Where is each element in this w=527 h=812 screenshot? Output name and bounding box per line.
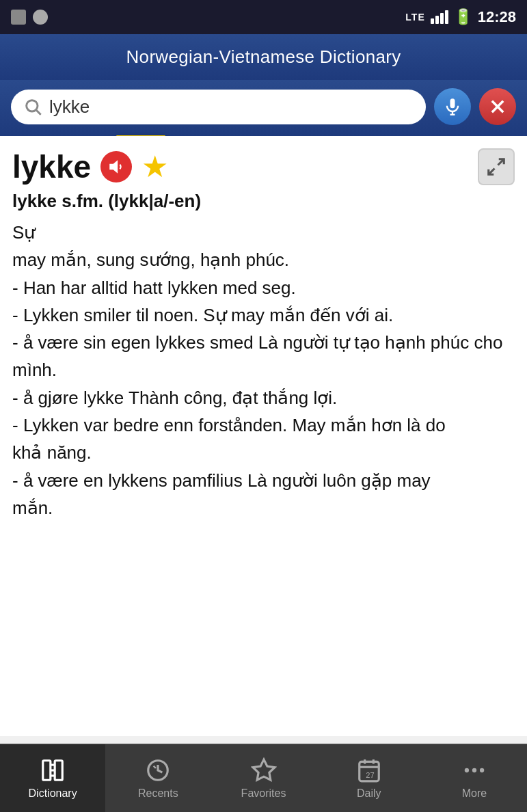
nav-label-more: More bbox=[462, 787, 487, 800]
calendar-icon: 27 bbox=[356, 757, 382, 783]
svg-marker-16 bbox=[253, 759, 275, 780]
expand-button[interactable] bbox=[478, 148, 515, 185]
signal-bar-2 bbox=[435, 16, 439, 24]
clear-button[interactable] bbox=[479, 88, 516, 125]
nav-label-recents: Recents bbox=[138, 787, 178, 800]
svg-rect-10 bbox=[43, 760, 51, 780]
svg-point-24 bbox=[480, 768, 484, 772]
signal-bar-1 bbox=[431, 18, 434, 24]
recents-icon bbox=[145, 757, 171, 783]
bottom-nav: Dictionary Recents Favorites 27 Daily bbox=[0, 744, 527, 812]
speaker-icon bbox=[107, 158, 125, 176]
nav-item-dictionary[interactable]: Dictionary bbox=[0, 744, 105, 812]
favorite-star[interactable]: ★ bbox=[141, 152, 168, 182]
svg-line-1 bbox=[36, 110, 40, 114]
search-bar bbox=[0, 80, 527, 136]
microphone-button[interactable] bbox=[434, 88, 471, 125]
status-bar-right: LTE 🔋 12:28 bbox=[405, 8, 516, 26]
status-bar: LTE 🔋 12:28 bbox=[0, 0, 527, 34]
favorites-star-icon bbox=[251, 757, 277, 783]
nav-label-favorites: Favorites bbox=[241, 787, 286, 800]
nav-label-dictionary: Dictionary bbox=[29, 787, 77, 800]
svg-point-23 bbox=[472, 768, 476, 772]
svg-text:27: 27 bbox=[366, 771, 374, 779]
book-icon bbox=[40, 757, 66, 783]
search-input[interactable] bbox=[49, 96, 414, 118]
word-definition: lykke s.fm. (lykk|a/-en) bbox=[12, 191, 515, 212]
app-title: Norwegian-Vietnamese Dictionary bbox=[126, 46, 401, 67]
time-display: 12:28 bbox=[478, 8, 516, 26]
status-bar-left bbox=[11, 10, 48, 25]
more-dots-icon bbox=[461, 757, 487, 783]
search-input-container[interactable] bbox=[11, 90, 426, 124]
battery-icon: 🔋 bbox=[454, 8, 472, 26]
nav-item-daily[interactable]: 27 Daily bbox=[316, 744, 422, 812]
svg-rect-2 bbox=[450, 98, 455, 108]
svg-marker-7 bbox=[109, 160, 118, 174]
signal-bars bbox=[431, 10, 448, 24]
svg-point-22 bbox=[465, 768, 469, 772]
sound-button[interactable] bbox=[100, 151, 132, 182]
word-title: lykke bbox=[12, 148, 91, 185]
word-header: lykke ★ bbox=[12, 148, 515, 185]
signal-bar-4 bbox=[445, 10, 448, 24]
nav-item-favorites[interactable]: Favorites bbox=[211, 744, 316, 812]
word-content: Sự may mắn, sung sướng, hạnh phúc. - Han… bbox=[12, 219, 515, 522]
app-header: Norwegian-Vietnamese Dictionary bbox=[0, 34, 527, 80]
svg-point-0 bbox=[27, 100, 38, 111]
signal-bar-3 bbox=[440, 13, 444, 24]
svg-rect-11 bbox=[55, 760, 62, 780]
notification-icon bbox=[11, 10, 26, 25]
system-icon bbox=[33, 10, 48, 25]
nav-item-more[interactable]: More bbox=[422, 744, 527, 812]
mic-icon bbox=[443, 97, 462, 116]
nav-label-daily: Daily bbox=[357, 787, 381, 800]
search-icon bbox=[23, 97, 42, 116]
close-icon bbox=[488, 97, 507, 116]
nav-item-recents[interactable]: Recents bbox=[105, 744, 211, 812]
content-area[interactable]: lykke ★ lykke s.fm. (lykk|a/-en) Sự may … bbox=[0, 136, 527, 736]
expand-icon bbox=[486, 157, 506, 177]
lte-badge: LTE bbox=[405, 12, 424, 23]
